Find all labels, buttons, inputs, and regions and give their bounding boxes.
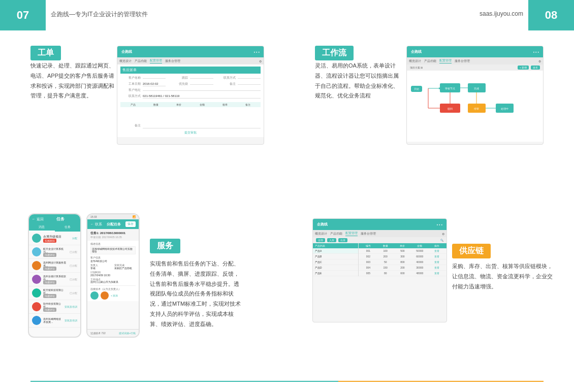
- mobile-tab-task[interactable]: 任务: [55, 224, 81, 232]
- bottom-divider: [30, 381, 544, 382]
- workflow-description: 灵活、易用的OA系统，表单设计器、流程设计器让您可以指摘出属于自己的流程。帮助企…: [315, 61, 401, 101]
- workorder-label: 工单: [30, 46, 61, 60]
- workorder-description: 快速记录、处理、跟踪通过网页、电话、APP提交的客户售后服务请求和投诉，实现跨部…: [30, 61, 117, 101]
- svg-text:驳回: 驳回: [448, 107, 453, 110]
- svg-text:审核节点: 审核节点: [445, 87, 455, 90]
- workorder-mockup: 企跑线 ● ● ● 概览设计 产品功能 配置管理 服务台管理 ⚙ 售后派单 客户…: [117, 46, 264, 145]
- svg-text:完成: 完成: [474, 87, 479, 90]
- supply-chain-label: 供应链: [452, 244, 491, 258]
- list-item: 航天金业计算系统与... 沟通评论 已分配: [29, 245, 80, 259]
- list-item: 永博升级项目 实施跟踪 分配: [29, 232, 80, 245]
- mobile-mockup-left: ← 返回 任务 消息 任务 永博升级项目 实施跟踪 分配 航天金业计算系统与..…: [28, 213, 81, 338]
- supply-chain-mockup: 企跑线 ● ● ● 概览设计 产品功能 配置管理 服务台管理 ⚙ 全部 入库 出…: [312, 218, 447, 322]
- svg-text:处理中: 处理中: [501, 107, 508, 110]
- supply-chain-description: 采购、库存、出货、核算等供应链模块，让信息流、物流、资金流更科学，企业交付能力迅…: [452, 262, 554, 291]
- list-item: 温州长峰网络技术发展... 安装及培训: [29, 314, 80, 328]
- page-number-left: 07: [0, 0, 46, 30]
- list-item: 温州古德计算系统软件... 沟通评论 已分配: [29, 273, 80, 286]
- header-url: saas.ijuyou.com: [480, 10, 523, 17]
- mobile-mockup-right: 15:33 📶 ← 联系 分配任务 保存 任务1: 2017/08/130000…: [86, 213, 140, 338]
- list-item: 航天铭科技有限公司... 沟通评论 已分配: [29, 286, 80, 300]
- workflow-label: 工作流: [315, 46, 354, 60]
- workflow-mockup: 企跑线 ● ● ● 概览设计 产品功能 配置管理 服务台管理 ⚙ 项目方案 ⊞ …: [406, 46, 544, 145]
- service-label: 服务: [150, 239, 180, 253]
- page-number-right: 08: [528, 0, 574, 30]
- svg-text:待审: 待审: [474, 107, 479, 110]
- list-item: 温州网业计算服务需求... 沟通评论 已分配: [29, 259, 80, 273]
- service-description: 实现售前和售后任务的下达、分配、任务清单、摘屏、进度跟踪、反馈，让售前和售后服务…: [150, 259, 244, 330]
- header-brand: 企跑线—专为IT企业设计的管理软件: [51, 10, 148, 19]
- list-item: 软件科技有限公司... 沟通评论 安装及培训: [29, 300, 80, 314]
- mobile-tab-message[interactable]: 消息: [29, 224, 55, 232]
